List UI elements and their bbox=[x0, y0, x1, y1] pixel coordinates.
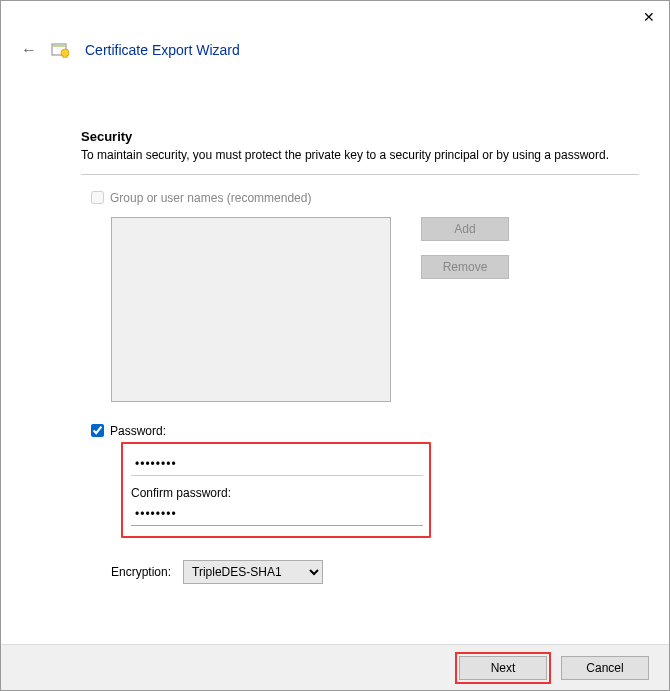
password-highlight-box: Confirm password: bbox=[121, 442, 431, 538]
back-arrow-icon[interactable]: ← bbox=[21, 41, 37, 59]
section-description: To maintain security, you must protect t… bbox=[81, 148, 621, 164]
cancel-button[interactable]: Cancel bbox=[561, 656, 649, 680]
encryption-label: Encryption: bbox=[111, 565, 171, 579]
group-names-checkbox[interactable] bbox=[91, 191, 104, 204]
group-names-label: Group or user names (recommended) bbox=[110, 191, 311, 205]
password-label: Password: bbox=[110, 424, 166, 438]
next-button[interactable]: Next bbox=[459, 656, 547, 680]
wizard-header: ← Certificate Export Wizard bbox=[1, 1, 669, 59]
close-icon[interactable]: ✕ bbox=[643, 9, 655, 25]
wizard-title: Certificate Export Wizard bbox=[85, 42, 240, 58]
separator bbox=[81, 174, 639, 175]
encryption-select[interactable]: TripleDES-SHA1 bbox=[183, 560, 323, 584]
add-button[interactable]: Add bbox=[421, 217, 509, 241]
next-highlight-box: Next bbox=[455, 652, 551, 684]
wizard-footer: Next Cancel bbox=[1, 644, 669, 690]
password-checkbox[interactable] bbox=[91, 424, 104, 437]
password-field[interactable] bbox=[131, 454, 423, 476]
remove-button[interactable]: Remove bbox=[421, 255, 509, 279]
confirm-password-label: Confirm password: bbox=[131, 486, 421, 500]
group-names-listbox[interactable] bbox=[111, 217, 391, 402]
section-heading: Security bbox=[81, 129, 639, 144]
confirm-password-field[interactable] bbox=[131, 504, 423, 526]
certificate-icon bbox=[51, 42, 71, 58]
svg-rect-1 bbox=[53, 45, 65, 47]
